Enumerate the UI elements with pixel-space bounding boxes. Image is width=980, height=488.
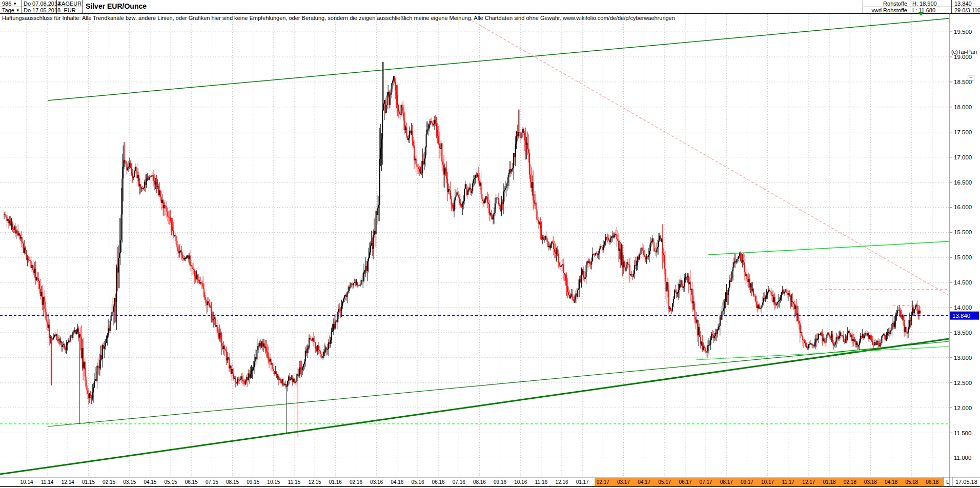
time-tick-label: 11.15 [288, 479, 301, 485]
time-tick-label: 05.17 [658, 479, 671, 485]
trendline-support-green-thick[interactable] [0, 339, 949, 474]
time-tick-label: 11.14 [41, 479, 54, 485]
time-tick-label: 05.15 [165, 479, 177, 485]
time-tick-label: 04.15 [144, 479, 156, 485]
trendline-falling-resistance-pink[interactable] [472, 21, 949, 295]
price-axis: 19.50019.00018.50018.00017.50017.00016.5… [950, 13, 980, 486]
time-tick-label: 10.15 [267, 479, 280, 485]
time-tick-label: 12.14 [62, 479, 74, 485]
time-tick-label: 09.17 [741, 479, 753, 485]
price-tick-label: 19.500 [954, 29, 972, 35]
price-tick-label: 14.500 [954, 279, 972, 286]
time-axis: 10.1411.1412.1401.1502.1503.1504.1505.15… [0, 477, 980, 486]
time-tick-label: 12.17 [802, 479, 815, 485]
time-tick-label: 01.17 [576, 479, 589, 485]
time-tick-label: 09.15 [247, 479, 259, 485]
price-tick-label: 13.500 [954, 330, 972, 336]
last-price-badge[interactable]: 13.840 [950, 312, 979, 320]
time-tick-label: 02.15 [103, 479, 115, 485]
bottom-l-label: L [946, 479, 949, 485]
last-price-badge-text: 13.840 [952, 313, 970, 319]
price-tick-label: 18.000 [954, 104, 972, 110]
price-tick-label: 12.000 [954, 405, 972, 411]
time-tick-label: 01.18 [823, 479, 836, 485]
time-tick-label: 12.15 [309, 479, 321, 485]
time-tick-label: 10.14 [20, 479, 33, 485]
trendline-light-green-upper[interactable] [708, 241, 949, 255]
time-tick-label: 07.17 [700, 479, 712, 485]
price-chart-canvas[interactable]: 19.50019.00018.50018.00017.50017.00016.5… [0, 0, 980, 488]
price-tick-label: 15.500 [954, 229, 972, 235]
time-tick-label: 06.18 [926, 479, 938, 485]
price-tick-label: 12.500 [954, 380, 972, 386]
price-tick-label: 16.000 [954, 204, 972, 210]
time-tick-label: 06.15 [185, 479, 198, 485]
time-tick-label: 12.16 [556, 479, 568, 485]
price-tick-label: 13.000 [954, 355, 972, 361]
bottom-date-label: 17.05.18 [955, 479, 977, 485]
collapse-button[interactable]: − [968, 75, 974, 80]
time-tick-label: 01.15 [82, 479, 95, 485]
time-tick-label: 01.16 [329, 479, 342, 485]
green-triangle-marker [918, 12, 924, 16]
trendline-layer[interactable] [0, 18, 949, 474]
time-tick-label: 08.15 [226, 479, 239, 485]
time-tick-label: 03.17 [617, 479, 630, 485]
price-tick-label: 16.500 [954, 179, 972, 186]
time-tick-label: 09.16 [494, 479, 506, 485]
time-tick-label: 10.16 [514, 479, 527, 485]
grid-layer [0, 14, 950, 477]
trendline-lower-channel-green-thin[interactable] [48, 341, 949, 426]
time-tick-label: 03.18 [864, 479, 877, 485]
time-tick-label: 06.16 [432, 479, 445, 485]
time-tick-label: 11.16 [535, 479, 548, 485]
taipan-chart-window: 986▼ Tage▼ Do 07.08.2014 Do 17.05.2018 X… [0, 0, 980, 488]
candlestick-layer [4, 62, 921, 437]
time-tick-label: 05.16 [411, 479, 424, 485]
time-tick-label: 04.17 [638, 479, 650, 485]
price-tick-label: 17.500 [954, 129, 972, 135]
time-tick-label: 06.17 [679, 479, 691, 485]
taipan-watermark: (c)Tai-Pan [951, 49, 977, 55]
price-tick-label: 17.000 [954, 154, 972, 160]
time-tick-label: 10.17 [761, 479, 774, 485]
time-tick-label: 04.18 [885, 479, 897, 485]
time-tick-label: 02.18 [844, 479, 856, 485]
trendline-upper-channel-green[interactable] [48, 18, 949, 100]
price-tick-label: 11.000 [954, 455, 971, 461]
time-tick-label: 08.16 [473, 479, 486, 485]
price-tick-label: 14.000 [954, 304, 972, 311]
disclaimer-text: Haftungsausschluss für Inhalte: Alle Tre… [2, 15, 675, 21]
time-tick-label: 02.16 [350, 479, 362, 485]
time-tick-label: 02.17 [597, 479, 609, 485]
time-tick-label: 04.16 [391, 479, 403, 485]
time-tick-label: 08.17 [720, 479, 733, 485]
time-tick-label: 11.17 [782, 479, 795, 485]
time-tick-label: 03.16 [370, 479, 383, 485]
time-tick-label: 07.16 [453, 479, 465, 485]
trendline-light-green-lower[interactable] [696, 347, 949, 360]
time-tick-label: 03.15 [123, 479, 136, 485]
price-tick-label: 15.000 [954, 254, 972, 260]
time-tick-label: 07.15 [206, 479, 218, 485]
price-tick-label: 11.500 [954, 430, 971, 436]
time-tick-label: 05.18 [905, 479, 918, 485]
